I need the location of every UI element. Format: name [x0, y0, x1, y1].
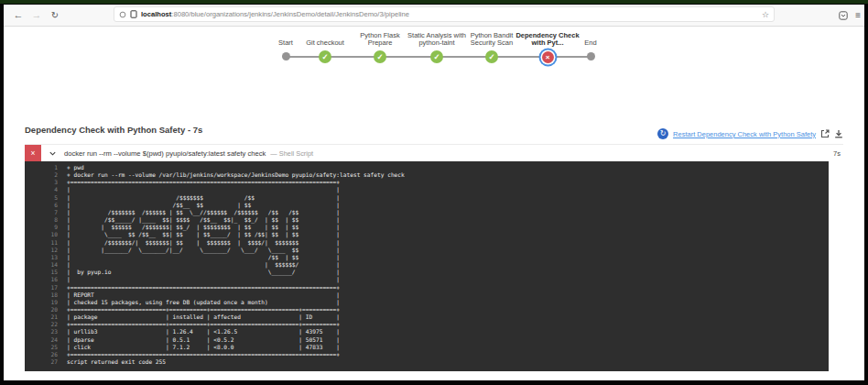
pocket-icon[interactable] [839, 11, 848, 20]
shield-icon[interactable] [119, 11, 126, 18]
step-duration: 7s [833, 149, 843, 158]
stage-node-success[interactable]: ✓ [374, 50, 386, 63]
pipeline-stage-end: End [549, 29, 632, 60]
chevron-down-icon[interactable] [49, 149, 57, 158]
forward-button[interactable]: → [29, 5, 44, 26]
screenshot-frame: ← → ↻ localhost:8080/blue/organizations/… [0, 0, 868, 385]
console-output: + pwd + docker run --rm --volume /var/li… [67, 164, 405, 371]
stage-node-end[interactable] [587, 52, 595, 60]
step-title: Dependency Check with Python Safety - 7s [25, 125, 202, 135]
stage-node-success[interactable]: ✓ [485, 50, 498, 63]
check-icon: ✓ [321, 52, 328, 61]
step-header-row[interactable]: × docker run --rm --volume $(pwd) pyupio… [25, 144, 843, 161]
stage-node-failure-selected[interactable]: × [542, 51, 554, 63]
url-host: localhost [141, 10, 171, 18]
cross-icon: × [31, 148, 36, 158]
step-script-type: — Shell Script [270, 149, 313, 158]
step-actions: ↻ Restart Dependency Check with Python S… [656, 128, 843, 139]
bookmark-star-icon[interactable]: ☆ [762, 10, 769, 19]
check-icon: ✓ [433, 52, 439, 61]
url-bar[interactable]: localhost:8080/blue/organizations/jenkin… [114, 6, 775, 22]
restart-icon[interactable]: ↻ [657, 128, 668, 139]
url-text: localhost:8080/blue/organizations/jenkin… [141, 10, 758, 18]
pipeline-graph: Start Git checkout ✓ Python Flask Prepar… [270, 29, 600, 72]
open-in-new-window-icon[interactable] [820, 129, 830, 138]
download-log-icon[interactable] [834, 129, 843, 138]
stage-node-success[interactable]: ✓ [430, 50, 443, 63]
back-button[interactable]: ← [11, 5, 26, 26]
back-icon: ← [14, 9, 24, 20]
page-info-icon[interactable] [130, 10, 137, 18]
restart-step-link[interactable]: Restart Dependency Check with Python Saf… [673, 130, 816, 138]
check-icon: ✓ [488, 52, 494, 61]
console-log: 1 2 3 4 5 6 7 8 9 10 11 12 13 14 15 16 1… [25, 161, 829, 371]
console-line-numbers: 1 2 3 4 5 6 7 8 9 10 11 12 13 14 15 16 1… [25, 164, 58, 371]
stage-node-start[interactable] [282, 52, 290, 60]
toolbar-right: ≡ [839, 5, 861, 26]
reload-icon: ↻ [51, 10, 59, 20]
step-failure-badge: × [25, 145, 41, 161]
frame-top-edge [0, 0, 868, 4]
browser-window: ← → ↻ localhost:8080/blue/organizations/… [4, 5, 864, 380]
forward-icon: → [32, 9, 42, 20]
reload-button[interactable]: ↻ [48, 5, 62, 26]
step-command: docker run --rm --volume $(pwd) pyupio/s… [64, 149, 266, 158]
menu-icon[interactable]: ≡ [855, 10, 861, 20]
stage-node-success[interactable]: ✓ [319, 50, 331, 63]
step-card: × docker run --rm --volume $(pwd) pyupio… [25, 144, 843, 371]
check-icon: ✓ [376, 52, 383, 61]
cross-icon: × [546, 53, 550, 61]
stage-label: End [549, 29, 632, 48]
url-path: :8080/blue/organizations/jenkins/Jenkins… [171, 10, 409, 18]
browser-toolbar: ← → ↻ localhost:8080/blue/organizations/… [4, 5, 864, 27]
